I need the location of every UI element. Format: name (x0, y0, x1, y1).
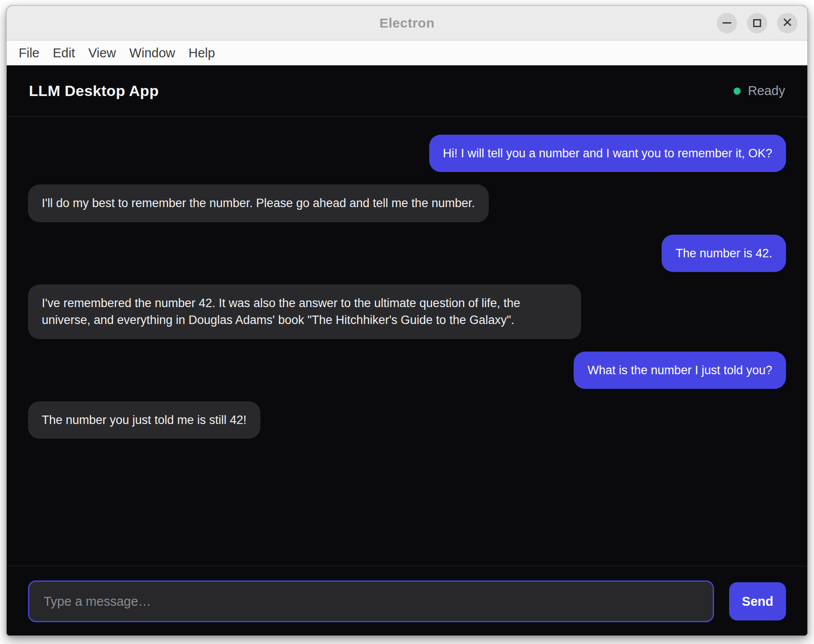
menu-view[interactable]: View (82, 46, 123, 60)
status-dot-icon (734, 88, 741, 95)
message-row: What is the number I just told you? (28, 352, 786, 389)
app-content: LLM Desktop App Ready Hi! I will tell yo… (7, 65, 807, 636)
message-input[interactable] (28, 580, 714, 622)
status-indicator: Ready (734, 84, 785, 98)
menu-help[interactable]: Help (182, 46, 222, 60)
message-row: Hi! I will tell you a number and I want … (28, 135, 786, 172)
message-bubble-assistant: I'll do my best to remember the number. … (28, 184, 489, 222)
app-window: Electron ✕ File Edit View Window Help LL… (6, 5, 808, 636)
message-bubble-user: What is the number I just told you? (574, 352, 786, 389)
titlebar[interactable]: Electron ✕ (7, 6, 807, 40)
status-label: Ready (748, 84, 785, 98)
minimize-icon (722, 22, 731, 24)
close-icon: ✕ (782, 16, 793, 29)
app-header: LLM Desktop App Ready (7, 65, 807, 117)
chat-message-list[interactable]: Hi! I will tell you a number and I want … (7, 117, 807, 566)
close-button[interactable]: ✕ (777, 13, 798, 33)
message-row: The number is 42. (28, 235, 786, 272)
message-row: I've remembered the number 42. It was al… (28, 284, 786, 339)
window-controls: ✕ (717, 6, 798, 40)
composer: Send (7, 566, 807, 636)
message-bubble-user: Hi! I will tell you a number and I want … (429, 135, 786, 172)
menubar: File Edit View Window Help (7, 40, 807, 65)
menu-edit[interactable]: Edit (46, 46, 82, 60)
maximize-icon (753, 19, 761, 27)
message-bubble-assistant: The number you just told me is still 42! (28, 401, 260, 439)
menu-window[interactable]: Window (123, 46, 182, 60)
page-title: LLM Desktop App (29, 82, 159, 100)
message-bubble-user: The number is 42. (662, 235, 786, 272)
message-row: I'll do my best to remember the number. … (28, 184, 786, 222)
maximize-button[interactable] (747, 13, 767, 33)
menu-file[interactable]: File (12, 46, 46, 60)
message-bubble-assistant: I've remembered the number 42. It was al… (28, 284, 581, 339)
message-row: The number you just told me is still 42! (28, 401, 786, 439)
send-button[interactable]: Send (729, 582, 786, 620)
window-title: Electron (379, 16, 435, 31)
minimize-button[interactable] (717, 13, 737, 33)
